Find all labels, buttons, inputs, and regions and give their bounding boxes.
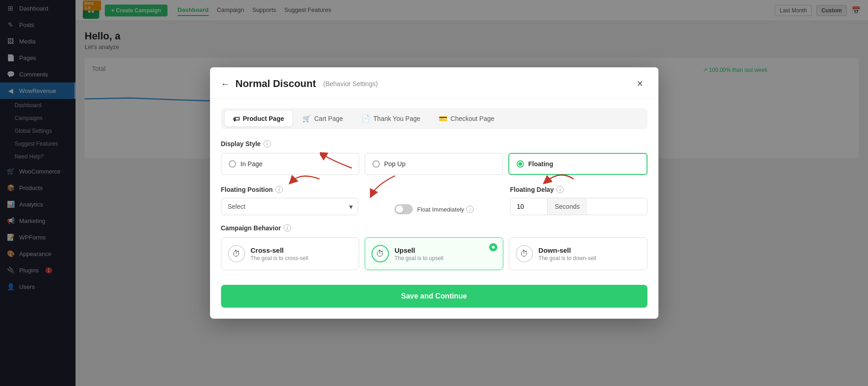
floating-position-info-icon[interactable]: i	[275, 186, 283, 193]
floating-delay-unit: Seconds	[547, 198, 587, 215]
float-immediately-label: Float Immediately i	[417, 206, 474, 213]
display-style-options: In Page Pop Up Floating	[221, 153, 647, 175]
floating-delay-label: Floating Delay i	[510, 186, 647, 193]
modal-body: 🏷 Product Page 🛒 Cart Page 📄 Thank You P…	[210, 99, 658, 319]
down-sell-name: Down-sell	[539, 246, 641, 254]
behavior-options: ⏱ Cross-sell The goal is to cross-sell ⏱…	[221, 237, 647, 270]
radio-in-page	[229, 160, 236, 168]
floating-delay-info-icon[interactable]: i	[556, 186, 564, 193]
float-immediately-toggle-row: Float Immediately i	[366, 204, 503, 214]
behavior-down-sell[interactable]: ⏱ Down-sell The goal is to down-sell	[509, 237, 647, 270]
thankyou-tab-icon: 📄	[361, 114, 370, 123]
tab-cart-page[interactable]: 🛒 Cart Page	[294, 111, 351, 126]
radio-popup	[372, 160, 380, 168]
radio-floating	[517, 160, 524, 168]
floating-delay-input[interactable]	[511, 198, 547, 215]
page-tabs: 🏷 Product Page 🛒 Cart Page 📄 Thank You P…	[221, 108, 647, 129]
modal-subtitle: (Behavior Settings)	[323, 80, 378, 87]
floating-position-select[interactable]: Select Bottom Left Bottom Right Top Left…	[221, 198, 358, 215]
tab-checkout[interactable]: 💳 Checkout Page	[431, 111, 503, 126]
display-style-info-icon[interactable]: i	[264, 140, 271, 147]
cross-sell-icon: ⏱	[228, 245, 245, 262]
style-option-floating[interactable]: Floating	[508, 153, 647, 175]
modal: ← Normal Discount (Behavior Settings) ✕ …	[210, 67, 658, 319]
tab-product-page[interactable]: 🏷 Product Page	[225, 111, 292, 126]
arrow-floating-delay	[546, 181, 547, 182]
campaign-behavior-info-icon[interactable]: i	[284, 224, 291, 232]
arrow-floating-position	[292, 181, 292, 182]
campaign-behavior-label: Campaign Behavior i	[221, 224, 647, 232]
floating-position-label: Floating Position i	[221, 186, 358, 193]
style-option-popup[interactable]: Pop Up	[365, 153, 503, 175]
checkout-tab-icon: 💳	[439, 114, 447, 123]
down-sell-desc: The goal is to down-sell	[539, 255, 641, 261]
cart-tab-icon: 🛒	[302, 114, 311, 123]
float-immediately-info-icon[interactable]: i	[466, 206, 474, 213]
save-continue-button[interactable]: Save and Continue	[221, 285, 647, 308]
floating-position-col: Floating Position i Select Bottom Left B…	[221, 186, 358, 215]
down-sell-icon: ⏱	[516, 245, 533, 262]
float-immediately-toggle[interactable]	[394, 204, 413, 214]
style-option-in-page[interactable]: In Page	[221, 153, 359, 175]
modal-close-button[interactable]: ✕	[633, 76, 647, 91]
floating-delay-col: Floating Delay i Seconds	[510, 186, 647, 215]
behavior-cross-sell[interactable]: ⏱ Cross-sell The goal is to cross-sell	[221, 237, 360, 270]
modal-header: ← Normal Discount (Behavior Settings) ✕	[210, 67, 658, 99]
modal-overlay[interactable]: ← Normal Discount (Behavior Settings) ✕ …	[0, 0, 868, 386]
modal-back-button[interactable]: ←	[221, 79, 230, 89]
upsell-name: Upsell	[394, 246, 496, 254]
product-tab-icon: 🏷	[233, 115, 240, 123]
floating-position-select-wrapper: Select Bottom Left Bottom Right Top Left…	[221, 198, 358, 215]
upsell-icon: ⏱	[372, 245, 389, 262]
upsell-check-icon	[489, 243, 497, 251]
cross-sell-desc: The goal is to cross-sell	[251, 255, 353, 261]
cross-sell-name: Cross-sell	[251, 246, 353, 254]
upsell-desc: The goal is to upsell	[394, 255, 496, 261]
display-style-label: Display Style i	[221, 140, 647, 147]
behavior-upsell[interactable]: ⏱ Upsell The goal is to upsell	[365, 237, 503, 270]
tab-thank-you[interactable]: 📄 Thank You Page	[353, 111, 429, 126]
float-immediately-col: Float Immediately i	[366, 186, 503, 215]
modal-title: Normal Discount	[236, 78, 316, 90]
floating-delay-wrapper: Seconds	[510, 198, 647, 215]
